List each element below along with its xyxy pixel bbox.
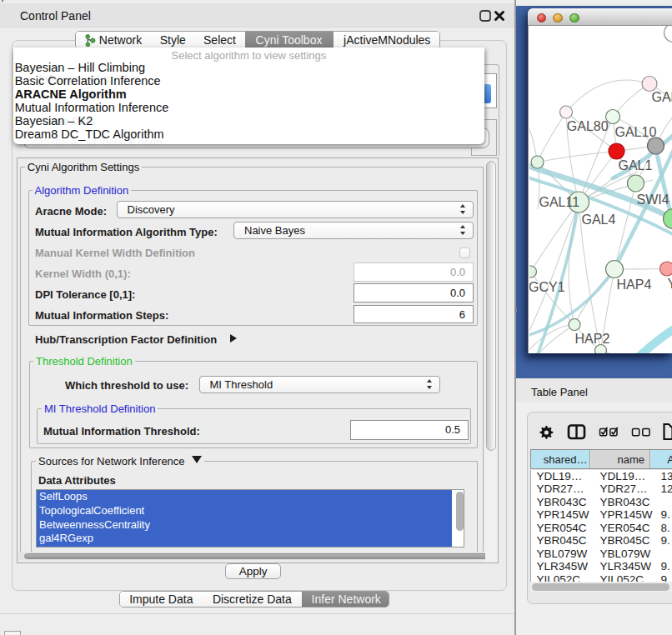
svg-text:GAL80: GAL80 [566,118,608,132]
svg-text:SWI4: SWI4 [636,192,669,207]
svg-text:HAP2: HAP2 [574,332,609,346]
svg-text:GCY1: GCY1 [529,279,565,293]
svg-text:GAL4: GAL4 [581,212,615,227]
svg-text:GAL10: GAL10 [614,125,656,139]
svg-text:GAL11: GAL11 [539,195,579,209]
svg-text:GAL1: GAL1 [618,158,652,172]
svg-text:HAP4: HAP4 [616,278,651,292]
svg-text:GAL: GAL [651,89,672,103]
svg-text:Y: Y [667,277,672,291]
